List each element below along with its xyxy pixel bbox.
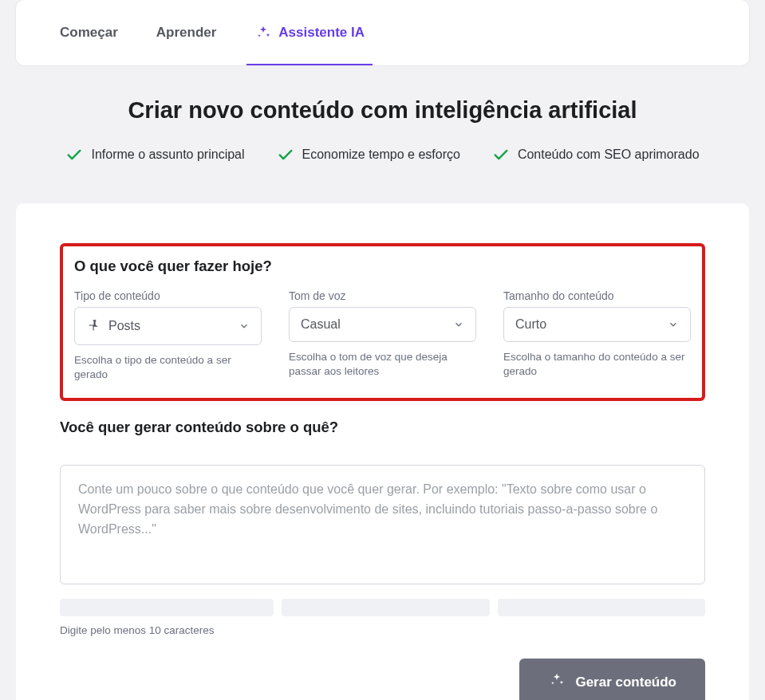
topic-textarea[interactable] — [60, 465, 705, 584]
generate-button-label: Gerar conteúdo — [575, 674, 676, 690]
sparkle-icon — [254, 24, 272, 41]
chevron-down-icon — [668, 319, 679, 330]
generate-button[interactable]: Gerar conteúdo — [519, 659, 705, 700]
length-column: Tamanho do conteúdo Curto Escolha o tama… — [503, 289, 691, 382]
content-type-label: Tipo de conteúdo — [74, 289, 262, 302]
options-row: Tipo de conteúdo Posts Escolha o tipo de — [74, 289, 691, 382]
chevron-down-icon — [239, 321, 250, 332]
benefits-row: Informe o assunto principal Economize te… — [16, 146, 749, 163]
tab-start[interactable]: Começar — [60, 0, 118, 65]
tab-ai-label: Assistente IA — [278, 25, 365, 41]
benefit-1-text: Informe o assunto principal — [91, 147, 244, 162]
check-icon — [65, 146, 83, 163]
actions-row: Gerar conteúdo — [60, 659, 705, 700]
length-label: Tamanho do conteúdo — [503, 289, 691, 302]
benefit-3: Conteúdo com SEO aprimorado — [492, 146, 700, 163]
form-card: O que você quer fazer hoje? Tipo de cont… — [16, 203, 749, 700]
length-value: Curto — [515, 317, 546, 332]
tabs: Começar Aprender Assistente IA — [60, 0, 705, 65]
tone-column: Tom de voz Casual Escolha o tom de voz q… — [289, 289, 476, 382]
sparkle-icon — [548, 671, 566, 693]
tabs-card: Começar Aprender Assistente IA — [16, 0, 749, 65]
suggestion-skeleton — [498, 599, 705, 616]
check-icon — [277, 146, 294, 163]
section-title-options: O que você quer fazer hoje? — [74, 258, 691, 275]
suggestion-skeleton — [282, 599, 489, 616]
tab-start-label: Começar — [60, 25, 118, 41]
tone-value: Casual — [301, 317, 341, 332]
suggestion-skeleton — [60, 599, 274, 616]
section-title-topic: Você quer gerar conteúdo sobre o quê? — [60, 419, 705, 436]
check-icon — [492, 146, 510, 163]
content-type-help: Escolha o tipo de conteúdo a ser gerado — [74, 353, 262, 382]
benefit-2-text: Economize tempo e esforço — [302, 147, 460, 162]
tone-label: Tom de voz — [289, 289, 476, 302]
tab-ai-assistant[interactable]: Assistente IA — [254, 0, 365, 65]
content-type-column: Tipo de conteúdo Posts Escolha o tipo de — [74, 289, 262, 382]
tab-learn-label: Aprender — [156, 25, 217, 41]
tab-learn[interactable]: Aprender — [156, 0, 217, 65]
chevron-down-icon — [453, 319, 464, 330]
content-type-value: Posts — [108, 319, 140, 333]
length-help: Escolha o tamanho do conteúdo a ser gera… — [503, 350, 691, 379]
benefit-2: Economize tempo e esforço — [277, 146, 460, 163]
benefit-3-text: Conteúdo com SEO aprimorado — [518, 147, 700, 162]
min-chars-hint: Digite pelo menos 10 caracteres — [60, 624, 705, 636]
content-type-select[interactable]: Posts — [74, 307, 262, 345]
suggestions-skeleton-row — [60, 599, 705, 616]
tone-select[interactable]: Casual — [289, 307, 476, 342]
highlighted-options-box: O que você quer fazer hoje? Tipo de cont… — [60, 243, 705, 401]
length-select[interactable]: Curto — [503, 307, 691, 342]
page-title: Criar novo conteúdo com inteligência art… — [16, 97, 749, 124]
benefit-1: Informe o assunto principal — [65, 146, 244, 163]
pin-icon — [86, 317, 101, 335]
tone-help: Escolha o tom de voz que deseja passar a… — [289, 350, 476, 379]
